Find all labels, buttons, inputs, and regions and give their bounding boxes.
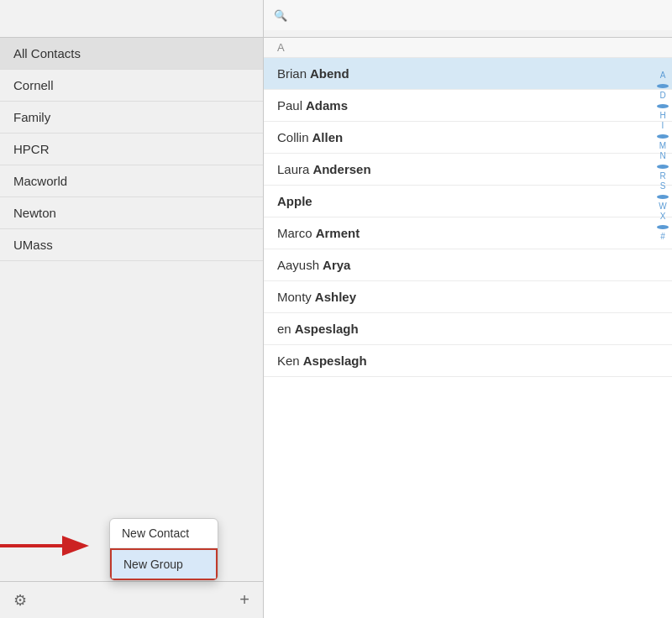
- contact-last-name: Arment: [316, 226, 360, 240]
- alpha-dot: [657, 162, 669, 170]
- alpha-dot: [657, 223, 669, 231]
- section-header-A: A: [264, 38, 672, 58]
- contact-row[interactable]: en Aspeslagh: [264, 313, 672, 345]
- sidebar-item-macworld[interactable]: Macworld: [0, 165, 263, 197]
- contacts-list: ABrian AbendPaul AdamsCollin AllenLaura …: [264, 38, 672, 618]
- sidebar-item-family[interactable]: Family: [0, 102, 263, 134]
- contact-first-name: en: [277, 322, 291, 336]
- search-icon: 🔍: [274, 9, 287, 22]
- alpha-dot: [657, 192, 669, 201]
- contact-last-name: Aspeslagh: [303, 354, 367, 368]
- contact-first-name: Collin: [277, 130, 309, 144]
- contact-last-name: Arya: [323, 258, 350, 272]
- alpha-letter-n[interactable]: N: [657, 152, 669, 160]
- context-menu: New ContactNew Group: [109, 518, 218, 581]
- alpha-letter-w[interactable]: W: [657, 202, 669, 211]
- contact-first-name: Paul: [277, 98, 302, 113]
- sidebar-item-cornell[interactable]: Cornell: [0, 70, 263, 102]
- contact-row[interactable]: Collin Allen: [264, 122, 672, 154]
- contact-last-name: Allen: [312, 130, 344, 144]
- settings-icon[interactable]: ⚙: [13, 591, 27, 610]
- search-bar: 🔍: [264, 0, 672, 30]
- sidebar-list: All ContactsCornellFamilyHPCRMacworldNew…: [0, 38, 263, 581]
- contact-row[interactable]: Ken Aspeslagh: [264, 345, 672, 377]
- red-arrow: [0, 531, 92, 561]
- alphabet-index: ADHIMNRSWX#: [657, 38, 669, 618]
- contact-last-name: Abend: [310, 66, 349, 81]
- contact-row[interactable]: Aayush Arya: [264, 249, 672, 281]
- alpha-letter-x[interactable]: X: [657, 212, 669, 221]
- contact-row[interactable]: Brian Abend: [264, 58, 672, 90]
- contact-row[interactable]: Monty Ashley: [264, 281, 672, 313]
- alpha-letter-h[interactable]: H: [657, 112, 669, 120]
- context-menu-item-new-group[interactable]: New Group: [110, 548, 218, 580]
- contact-last-name: Ashley: [315, 290, 356, 304]
- contact-row[interactable]: Paul Adams: [264, 90, 672, 122]
- contact-last-name: Andersen: [312, 162, 370, 176]
- contact-row[interactable]: Marco Arment: [264, 217, 672, 249]
- alpha-letter-i[interactable]: I: [657, 122, 669, 130]
- contact-first-name: Ken: [277, 354, 300, 368]
- sidebar-footer: ⚙ +: [0, 581, 263, 618]
- sidebar-item-all-contacts[interactable]: All Contacts: [0, 38, 263, 70]
- alpha-letter-#[interactable]: #: [657, 233, 669, 241]
- contact-first-name: Monty: [277, 290, 312, 304]
- contacts-panel: ABrian AbendPaul AdamsCollin AllenLaura …: [264, 38, 672, 618]
- contact-first-name: Aayush: [277, 258, 319, 272]
- alpha-letter-d[interactable]: D: [657, 92, 669, 100]
- alpha-letter-r[interactable]: R: [657, 172, 669, 181]
- contact-first-name: Laura: [277, 162, 309, 176]
- sidebar-item-umass[interactable]: UMass: [0, 229, 263, 261]
- context-menu-item-new-contact[interactable]: New Contact: [110, 519, 218, 548]
- contact-last-name: Adams: [306, 98, 348, 113]
- alpha-letter-s[interactable]: S: [657, 182, 669, 191]
- sidebar-item-hpcr[interactable]: HPCR: [0, 134, 263, 165]
- contact-first-name: Brian: [277, 66, 307, 81]
- contact-row[interactable]: Apple: [264, 186, 672, 217]
- alpha-dot: [657, 81, 669, 90]
- sidebar-header: [0, 0, 264, 37]
- alpha-letter-a[interactable]: A: [657, 71, 669, 80]
- sidebar-item-newton[interactable]: Newton: [0, 197, 263, 229]
- alpha-dot: [657, 132, 669, 140]
- sidebar: All ContactsCornellFamilyHPCRMacworldNew…: [0, 38, 264, 618]
- add-group-icon[interactable]: +: [239, 590, 249, 610]
- contact-last-name: Aspeslagh: [295, 322, 359, 336]
- alpha-dot: [657, 102, 669, 110]
- alpha-letter-m[interactable]: M: [657, 142, 669, 150]
- contact-first-name: Marco: [277, 226, 312, 240]
- contact-row[interactable]: Laura Andersen: [264, 154, 672, 186]
